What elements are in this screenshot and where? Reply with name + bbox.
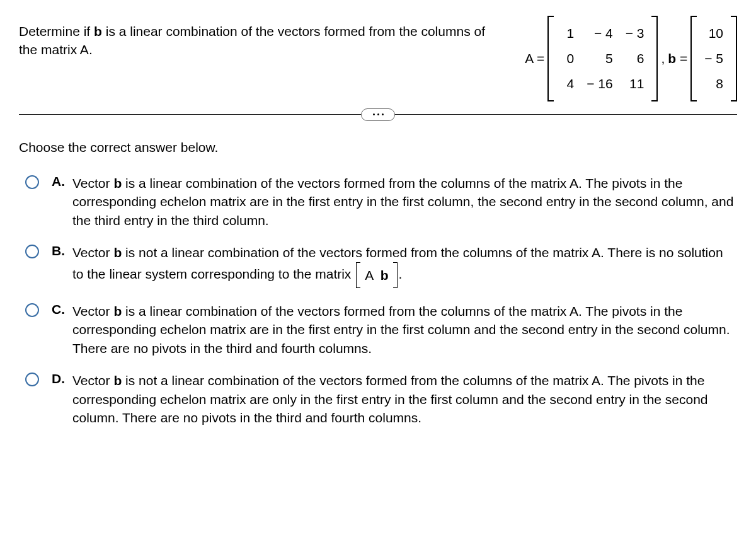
option-c-letter: C. bbox=[52, 302, 65, 317]
radio-a[interactable] bbox=[25, 175, 39, 189]
vector-b-cell: 8 bbox=[698, 71, 730, 96]
option-b-letter: B. bbox=[52, 243, 65, 258]
answer-options: A. Vector b is a linear combination of t… bbox=[19, 174, 737, 427]
inline-matrix-ab: A b bbox=[356, 262, 397, 288]
option-a[interactable]: A. Vector b is a linear combination of t… bbox=[25, 174, 737, 229]
matrices-display: A = 1 − 4 − 3 0 5 6 4 − 16 11 bbox=[525, 16, 737, 101]
question-text-part1: Determine if bbox=[19, 24, 94, 38]
option-b[interactable]: B. Vector b is not a linear combination … bbox=[25, 243, 737, 288]
option-d[interactable]: D. Vector b is not a linear combination … bbox=[25, 371, 737, 427]
matrix-a-cell: 5 bbox=[580, 46, 619, 71]
matrix-a-cell: − 4 bbox=[580, 21, 619, 46]
matrix-a-cell: − 3 bbox=[619, 21, 651, 46]
expand-button[interactable] bbox=[361, 108, 395, 121]
option-a-text: Vector b is a linear combination of the … bbox=[72, 174, 737, 229]
matrix-a: 1 − 4 − 3 0 5 6 4 − 16 11 bbox=[547, 16, 658, 101]
vector-b-label: b = bbox=[668, 51, 687, 66]
option-d-letter: D. bbox=[52, 371, 65, 386]
matrix-separator: , bbox=[661, 51, 665, 66]
vector-b: 10 − 5 8 bbox=[690, 16, 737, 101]
option-d-text: Vector b is not a linear combination of … bbox=[72, 371, 737, 427]
matrix-a-cell: 11 bbox=[619, 71, 651, 96]
matrix-a-cell: 0 bbox=[555, 46, 580, 71]
radio-c[interactable] bbox=[25, 303, 39, 317]
matrix-a-cell: 4 bbox=[555, 71, 580, 96]
question-bold-b: b bbox=[94, 24, 102, 38]
matrix-a-cell: 6 bbox=[619, 46, 651, 71]
instruction-text: Choose the correct answer below. bbox=[19, 140, 737, 155]
question-section: Determine if b is a linear combination o… bbox=[19, 16, 737, 101]
matrix-a-cell: − 16 bbox=[580, 71, 619, 96]
question-text: Determine if b is a linear combination o… bbox=[19, 16, 506, 59]
matrix-a-label: A = bbox=[525, 51, 544, 66]
radio-b[interactable] bbox=[25, 245, 39, 258]
ellipsis-icon bbox=[373, 113, 384, 115]
option-c-text: Vector b is a linear combination of the … bbox=[72, 302, 737, 357]
option-b-text: Vector b is not a linear combination of … bbox=[72, 243, 737, 288]
matrix-a-cell: 1 bbox=[555, 21, 580, 46]
vector-b-cell: 10 bbox=[698, 21, 730, 46]
radio-d[interactable] bbox=[25, 373, 39, 386]
divider bbox=[19, 114, 737, 115]
vector-b-cell: − 5 bbox=[698, 46, 730, 71]
option-a-letter: A. bbox=[52, 174, 65, 189]
option-c[interactable]: C. Vector b is a linear combination of t… bbox=[25, 302, 737, 357]
